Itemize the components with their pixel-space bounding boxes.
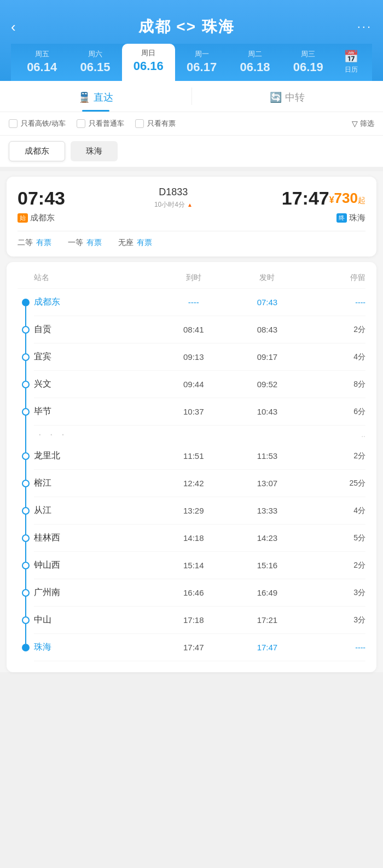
- filter-btn-label: 筛选: [360, 119, 374, 129]
- stop-stay: 2分: [304, 561, 365, 570]
- depart-station: 始 成都东: [18, 213, 55, 223]
- depart-time: 07:43: [18, 188, 65, 209]
- arrive-station-name: 珠海: [349, 213, 365, 223]
- list-item: 毕节10:3710:436分: [18, 398, 365, 426]
- date-tab-fri[interactable]: 周五 06.14: [15, 45, 68, 81]
- stop-depart: 13:33: [230, 506, 304, 515]
- date-tab-tue[interactable]: 周二 06.18: [228, 45, 281, 81]
- stop-depart: 16:49: [230, 588, 304, 597]
- transfer-icon: 🔄: [270, 91, 282, 103]
- stop-stay: ----: [304, 643, 365, 652]
- filter-highspeed[interactable]: 只看高铁/动车: [9, 119, 66, 129]
- filter-regular[interactable]: 只看普通车: [77, 119, 124, 129]
- stop-depart: 14:23: [230, 533, 304, 543]
- stop-name: 桂林西: [34, 532, 156, 544]
- date-tue: 06.18: [230, 60, 279, 74]
- stop-name: 从江: [34, 505, 156, 516]
- stop-depart: 09:17: [230, 352, 304, 362]
- filter-available[interactable]: 只看有票: [135, 119, 176, 129]
- checkbox-highspeed[interactable]: [9, 119, 18, 128]
- stop-stay: 25分: [304, 479, 365, 488]
- stop-name: 广州南: [34, 587, 156, 598]
- checkbox-regular[interactable]: [77, 119, 85, 128]
- weekday-mon: 周一: [177, 49, 226, 59]
- stop-depart: 09:52: [230, 380, 304, 389]
- list-item: 广州南16:4616:493分: [18, 579, 365, 607]
- station-selector: 成都东 珠海: [0, 136, 383, 171]
- stop-depart: 10:43: [230, 407, 304, 416]
- filter-button[interactable]: ▽ 筛选: [352, 119, 374, 129]
- header-stay: 停留: [304, 273, 365, 283]
- tab-direct[interactable]: 🚆 直达: [0, 81, 192, 112]
- stop-name: 自贡: [34, 324, 156, 335]
- ticket-1st-status: 有票: [86, 238, 102, 248]
- duration-arrow-icon: ▲: [187, 202, 193, 208]
- transfer-label: 中转: [285, 91, 305, 104]
- train-number: D1833: [65, 187, 282, 198]
- stop-depart: 17:21: [230, 615, 304, 625]
- stop-stay: 3分: [304, 615, 365, 625]
- stop-arrive: 14:18: [156, 533, 230, 543]
- date-tabs: 周五 06.14 周六 06.15 周日 06.16 周一 06.17 周二 0…: [11, 44, 372, 81]
- stop-stay: 4分: [304, 352, 365, 362]
- stop-name: 宜宾: [34, 351, 156, 363]
- weekday-sun: 周日: [124, 48, 173, 58]
- more-button[interactable]: ···: [357, 20, 372, 34]
- ticket-1st: 一等 有票: [68, 238, 102, 248]
- list-item: 桂林西14:1814:235分: [18, 525, 365, 552]
- filter-row: 只看高铁/动车 只看普通车 只看有票 ▽ 筛选: [0, 112, 383, 136]
- stop-stay: 8分: [304, 380, 365, 389]
- date-tab-wed[interactable]: 周三 06.19: [282, 45, 335, 81]
- stop-name: 龙里北: [34, 450, 156, 462]
- train-icon: 🚆: [78, 91, 90, 103]
- date-tab-sat[interactable]: 周六 06.15: [68, 45, 121, 81]
- ticket-1st-type: 一等: [68, 238, 83, 248]
- ticket-row: 二等 有票 一等 有票 无座 有票: [18, 238, 365, 248]
- list-item: 宜宾09:1309:174分: [18, 343, 365, 371]
- stop-name: 中山: [34, 614, 156, 626]
- stop-name: 毕节: [34, 406, 156, 417]
- stop-stay: 5分: [304, 533, 365, 543]
- stop-arrive: 10:37: [156, 407, 230, 416]
- train-card[interactable]: 07:43 D1833 10小时4分 ▲ 17:47 ¥730起 始 成都东 终…: [7, 177, 376, 257]
- stop-name: 珠海: [34, 642, 156, 653]
- header-depart: 发时: [230, 273, 304, 283]
- stop-stay: 2分: [304, 451, 365, 461]
- stop-arrive: 13:29: [156, 506, 230, 515]
- main-content: 🚆 直达 🔄 中转 只看高铁/动车 只看普通车 只看有票 ▽ 筛选 成都东 珠海: [0, 81, 383, 672]
- stop-stay: 4分: [304, 506, 365, 516]
- tab-transfer[interactable]: 🔄 中转: [192, 81, 384, 112]
- arrive-station: 终 珠海: [336, 213, 365, 223]
- stop-stay: 2分: [304, 325, 365, 335]
- train-number-col: D1833 10小时4分 ▲: [65, 187, 282, 209]
- stop-arrive: 16:46: [156, 588, 230, 597]
- stop-depart: 17:47: [230, 643, 304, 652]
- page-title: 成都 <> 珠海: [138, 16, 235, 37]
- stop-depart: 07:43: [230, 298, 304, 307]
- filter-available-label: 只看有票: [147, 119, 176, 129]
- weekday-tue: 周二: [230, 49, 279, 59]
- ticket-noseat: 无座 有票: [118, 238, 152, 248]
- date-tab-sun[interactable]: 周日 06.16: [122, 44, 175, 81]
- list-item: 珠海17:4717:47----: [18, 634, 365, 661]
- to-station-button[interactable]: 珠海: [71, 141, 118, 161]
- stop-arrive: ----: [156, 298, 230, 307]
- back-button[interactable]: ‹: [11, 19, 16, 36]
- weekday-sat: 周六: [71, 49, 119, 59]
- date-tab-mon[interactable]: 周一 06.17: [175, 45, 228, 81]
- train-price: ¥730起: [329, 190, 365, 207]
- stop-stay: ----: [304, 298, 365, 307]
- card-divider: [18, 231, 365, 231]
- date-sun: 06.16: [124, 59, 173, 73]
- direct-label: 直达: [94, 91, 113, 104]
- date-fri: 06.14: [18, 60, 66, 74]
- from-station-button[interactable]: 成都东: [9, 141, 65, 161]
- stop-arrive: 09:44: [156, 380, 230, 389]
- stop-stay: 6分: [304, 407, 365, 417]
- calendar-button[interactable]: 📅 日历: [335, 45, 368, 81]
- checkbox-available[interactable]: [135, 119, 144, 128]
- list-item: 钟山西15:1415:162分: [18, 552, 365, 579]
- stop-arrive: 15:14: [156, 561, 230, 570]
- depart-tag: 始: [18, 213, 28, 223]
- stop-arrive: 12:42: [156, 479, 230, 488]
